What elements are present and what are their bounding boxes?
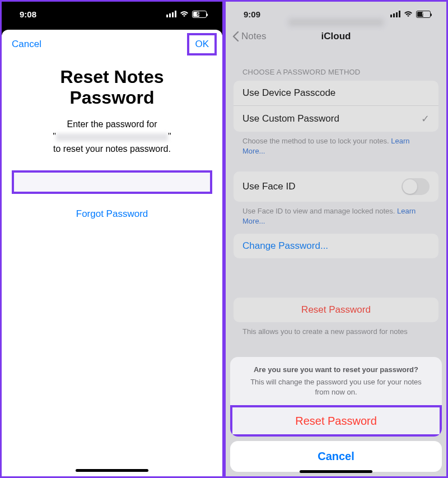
sheet-message: Are you sure you want to reset your pass… bbox=[230, 357, 442, 405]
ok-button[interactable]: OK bbox=[187, 33, 217, 55]
forgot-password-link[interactable]: Forgot Password bbox=[2, 194, 222, 220]
section-footer: Use Face ID to view and manage locked no… bbox=[234, 202, 438, 226]
svg-rect-4 bbox=[390, 15, 392, 17]
reset-password-button[interactable]: Reset Password bbox=[234, 298, 438, 322]
nav-bar: Notes iCloud bbox=[226, 26, 446, 49]
status-bar: 9:08 52 bbox=[2, 2, 222, 26]
battery-icon: 52 bbox=[192, 11, 207, 18]
signal-icon bbox=[390, 11, 400, 17]
nav-title: iCloud bbox=[226, 31, 446, 42]
section-header: CHOOSE A PASSWORD METHOD bbox=[234, 68, 438, 81]
status-right: 5 bbox=[390, 11, 431, 18]
svg-rect-5 bbox=[393, 13, 395, 17]
wifi-icon bbox=[180, 11, 189, 17]
option-custom-password[interactable]: Use Custom Password ✓ bbox=[234, 105, 438, 132]
face-id-cell: Use Face ID bbox=[234, 171, 438, 202]
sheet-cancel-button[interactable]: Cancel bbox=[230, 441, 442, 472]
home-indicator bbox=[300, 470, 372, 473]
sheet-reset-password-button[interactable]: Reset Password bbox=[230, 405, 442, 437]
section-footer: This allows you to create a new password… bbox=[234, 322, 438, 337]
battery-icon: 5 bbox=[416, 11, 431, 18]
checkmark-icon: ✓ bbox=[421, 113, 430, 125]
svg-rect-7 bbox=[399, 11, 400, 17]
status-right: 52 bbox=[166, 11, 207, 18]
svg-rect-6 bbox=[396, 12, 398, 17]
wifi-icon bbox=[404, 11, 413, 17]
modal-subtitle: Enter the password for "" to reset your … bbox=[2, 114, 222, 156]
svg-rect-3 bbox=[175, 11, 176, 17]
svg-rect-1 bbox=[169, 13, 171, 17]
home-indicator bbox=[76, 469, 148, 472]
face-id-toggle[interactable] bbox=[402, 178, 430, 195]
change-password-button[interactable]: Change Password... bbox=[234, 234, 438, 258]
signal-icon bbox=[166, 11, 176, 17]
status-time: 9:09 bbox=[244, 10, 260, 19]
redacted-email bbox=[56, 133, 168, 141]
svg-rect-2 bbox=[172, 12, 174, 17]
redacted-subtitle bbox=[288, 18, 384, 26]
modal-title: Reset Notes Password bbox=[2, 55, 222, 114]
option-device-passcode[interactable]: Use Device Passcode bbox=[234, 81, 438, 105]
password-input[interactable] bbox=[12, 170, 212, 194]
cancel-button[interactable]: Cancel bbox=[12, 39, 41, 50]
status-time: 9:08 bbox=[20, 10, 36, 19]
svg-rect-0 bbox=[166, 15, 168, 17]
section-footer: Choose the method to use to lock your no… bbox=[234, 132, 438, 156]
action-sheet: Are you sure you want to reset your pass… bbox=[230, 357, 442, 472]
reset-password-modal: Cancel OK Reset Notes Password Enter the… bbox=[2, 30, 222, 476]
